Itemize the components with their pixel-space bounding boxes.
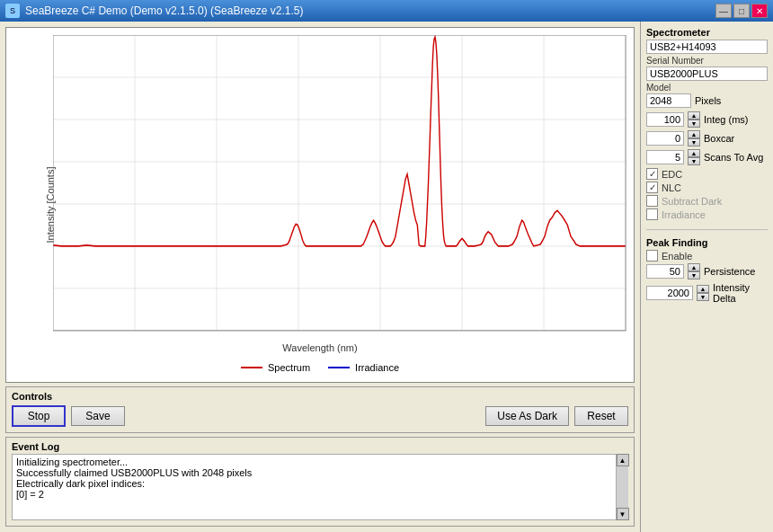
irradiance-legend-label: Irradiance [355,362,399,373]
controls-title: Controls [12,391,628,402]
integ-spinner: ▲ ▼ [688,111,700,128]
intensity-delta-row: ▲ ▼ Intensity Delta [646,282,768,304]
persistence-row: ▲ ▼ Persistence [646,263,768,279]
event-log-title: Event Log [12,441,628,452]
reset-button[interactable]: Reset [574,406,628,426]
integ-input[interactable] [646,112,684,127]
log-line-1: Initializing spectrometer... [16,457,609,467]
scans-avg-spinner: ▲ ▼ [688,149,700,165]
nlc-checkbox[interactable] [646,182,658,193]
divider [646,229,768,230]
pixels-field: 2048 [646,93,691,108]
log-text: Initializing spectrometer... Successfull… [16,457,624,500]
peak-enable-label: Enable [662,251,692,262]
edc-label: EDC [662,169,682,180]
event-log-section: Event Log Initializing spectrometer... S… [5,437,635,527]
boxcar-row: ▲ ▼ Boxcar [646,130,768,146]
title-bar-buttons: — □ ✕ [715,4,768,18]
boxcar-up-button[interactable]: ▲ [688,130,700,138]
save-button[interactable]: Save [71,406,125,426]
persistence-spinner: ▲ ▼ [688,263,700,279]
log-line-3: Electrically dark pixel indices: [16,478,609,489]
subtract-dark-checkbox[interactable] [646,195,658,207]
scroll-track [617,466,628,508]
integ-row: ▲ ▼ Integ (ms) [646,111,768,128]
boxcar-down-button[interactable]: ▼ [688,138,700,146]
integ-up-button[interactable]: ▲ [688,111,700,120]
pixels-row: 2048 Pixels [646,93,768,108]
minimize-button[interactable]: — [715,4,732,18]
peak-enable-row: Enable [646,250,768,262]
integ-label: Integ (ms) [704,114,749,125]
log-scroll-container[interactable]: Initializing spectrometer... Successfull… [12,454,628,520]
intensity-delta-down-button[interactable]: ▼ [697,293,709,301]
edc-row: EDC [646,168,768,180]
stop-button[interactable]: Stop [12,405,66,427]
x-axis-label: Wavelength (nm) [282,342,357,353]
spectrum-chart: 50000 40000 30000 20000 10000 0 -10000 1… [53,35,626,332]
irradiance-checkbox[interactable] [646,208,658,220]
scans-avg-row: ▲ ▼ Scans To Avg [646,149,768,165]
edc-checkbox[interactable] [646,168,658,180]
nlc-row: NLC [646,182,768,193]
log-line-4: [0] = 2 [16,489,609,500]
maximize-button[interactable]: □ [733,4,750,18]
device-id-field: USB2+H14093 [646,40,768,54]
close-button[interactable]: ✕ [751,4,768,18]
spectrum-legend-label: Spectrum [268,362,310,373]
peak-enable-checkbox[interactable] [646,250,658,262]
peak-finding-section: Peak Finding Enable ▲ ▼ Persistence ▲ [646,237,768,306]
model-label: Model [646,83,768,93]
spectrometer-section: Spectrometer USB2+H14093 Serial Number U… [646,27,768,222]
main-window: Intensity [Counts] [0,22,773,532]
title-bar: S SeaBreeze C# Demo (Demo v2.1.5.0) (Sea… [0,0,773,22]
log-scrollbar: ▲ ▼ [616,454,628,520]
log-line-2: Successfully claimed USB2000PLUS with 20… [16,467,609,478]
controls-row: Stop Save Use As Dark Reset [12,405,628,427]
serial-number-field: USB2000PLUS [646,66,768,81]
irradiance-legend-item: Irradiance [328,362,399,373]
persistence-input[interactable] [646,264,684,279]
persistence-label: Persistence [704,266,755,277]
persistence-up-button[interactable]: ▲ [688,263,700,271]
scans-avg-label: Scans To Avg [704,152,763,163]
irradiance-label: Irradiance [662,209,706,220]
window-title: SeaBreeze C# Demo (Demo v2.1.5.0) (SeaBr… [25,4,303,17]
log-content: Initializing spectrometer... Successfull… [12,454,628,520]
pixels-label: Pixels [695,95,721,106]
app-icon: S [5,4,20,18]
irradiance-legend-line [328,367,350,368]
left-panel: Intensity [Counts] [0,22,640,532]
spectrum-legend-line [241,367,262,368]
intensity-delta-label: Intensity Delta [713,282,768,304]
svg-rect-29 [53,35,626,331]
boxcar-label: Boxcar [704,133,734,144]
intensity-delta-input[interactable] [646,286,693,300]
irradiance-row: Irradiance [646,208,768,220]
scans-avg-down-button[interactable]: ▼ [688,157,700,165]
nlc-label: NLC [662,182,681,193]
scans-avg-up-button[interactable]: ▲ [688,149,700,157]
spectrometer-section-title: Spectrometer [646,27,768,38]
boxcar-spinner: ▲ ▼ [688,130,700,146]
scans-avg-input[interactable] [646,150,684,164]
integ-down-button[interactable]: ▼ [688,120,700,128]
serial-number-label: Serial Number [646,56,768,66]
persistence-down-button[interactable]: ▼ [688,271,700,279]
right-panel: Spectrometer USB2+H14093 Serial Number U… [640,22,773,532]
chart-container: Intensity [Counts] [5,27,635,383]
subtract-dark-row: Subtract Dark [646,195,768,207]
intensity-delta-spinner: ▲ ▼ [697,285,709,301]
use-as-dark-button[interactable]: Use As Dark [485,406,569,426]
peak-finding-title: Peak Finding [646,237,768,248]
intensity-delta-up-button[interactable]: ▲ [697,285,709,293]
boxcar-input[interactable] [646,131,684,146]
subtract-dark-label: Subtract Dark [662,196,722,207]
scroll-down-button[interactable]: ▼ [617,508,629,520]
scroll-up-button[interactable]: ▲ [617,454,629,466]
spectrum-legend-item: Spectrum [241,362,310,373]
chart-legend: Spectrum Irradiance [241,362,399,373]
controls-section: Controls Stop Save Use As Dark Reset [5,386,635,433]
